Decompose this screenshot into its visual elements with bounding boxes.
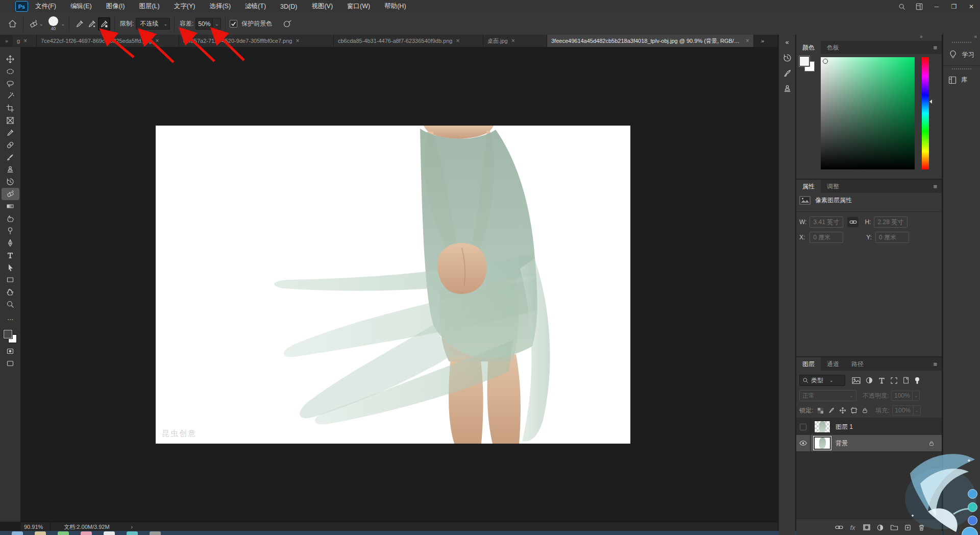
link-layers-icon[interactable] (832, 521, 846, 533)
tolerance-input[interactable]: 50% (195, 18, 213, 30)
menu-3d[interactable]: 3D(D) (273, 0, 304, 13)
menu-help[interactable]: 帮助(H) (377, 0, 413, 13)
quick-mask-icon[interactable] (0, 345, 21, 357)
panel-menu-icon[interactable]: ≡ (933, 41, 942, 54)
contact-bubble[interactable] (968, 489, 977, 499)
tab-layers[interactable]: 图层 (796, 357, 821, 371)
new-group-icon[interactable] (887, 521, 901, 533)
status-chevron-icon[interactable]: › (131, 524, 133, 530)
screen-mode-icon[interactable] (0, 357, 21, 370)
lock-image-icon[interactable] (828, 407, 835, 414)
tolerance-dropdown[interactable]: ⌄ (213, 18, 221, 30)
tab-adjustments[interactable]: 调整 (821, 180, 845, 193)
rectangle-tool[interactable] (0, 274, 21, 286)
filter-type-layers-icon[interactable] (878, 377, 886, 384)
saturation-brightness-field[interactable] (821, 57, 915, 169)
color-panel-swatches[interactable] (799, 56, 817, 74)
close-tab-icon[interactable]: × (511, 37, 515, 44)
tab-properties[interactable]: 属性 (796, 180, 821, 193)
home-icon[interactable] (6, 15, 19, 33)
protect-foreground-checkbox[interactable] (230, 20, 237, 28)
close-tab-icon[interactable]: × (746, 37, 749, 44)
color-field-marker[interactable] (823, 59, 828, 64)
type-tool[interactable] (0, 249, 21, 261)
menu-type[interactable]: 文字(Y) (167, 0, 203, 13)
layer-thumbnail[interactable] (814, 437, 830, 449)
layer-row-background-selected[interactable]: 背景 (796, 435, 942, 451)
magic-wand-tool[interactable] (0, 90, 21, 102)
collapse-rail-icon[interactable]: « (974, 34, 976, 39)
width-field[interactable]: 3.41 英寸 (810, 216, 843, 228)
filter-pixel-layers-icon[interactable] (852, 377, 861, 384)
taskbar-icon[interactable] (150, 531, 161, 535)
close-tab-icon[interactable]: × (456, 37, 459, 44)
sampling-background-swatch-icon[interactable] (98, 17, 110, 31)
drag-grip[interactable] (952, 68, 971, 69)
lasso-tool[interactable] (0, 78, 21, 90)
fill-field[interactable]: 100% (892, 405, 914, 416)
healing-brush-tool[interactable] (0, 139, 21, 151)
taskbar-icon[interactable] (104, 531, 115, 535)
link-dimensions-icon[interactable] (847, 217, 859, 227)
photoshop-logo[interactable]: Ps (15, 1, 28, 12)
taskbar-icon[interactable] (81, 531, 92, 535)
tab-color[interactable]: 颜色 (796, 41, 821, 54)
opacity-field[interactable]: 100% (891, 391, 913, 401)
sampling-continuous-icon[interactable] (74, 17, 86, 31)
blend-mode-select[interactable]: 正常 ⌄ (799, 390, 856, 401)
x-field[interactable]: 0 厘米 (810, 232, 843, 243)
close-tab-icon[interactable]: × (296, 37, 299, 44)
taskbar-icon[interactable] (35, 531, 46, 535)
edit-toolbar-icon[interactable]: ⋯ (0, 313, 21, 326)
menu-window[interactable]: 窗口(W) (340, 0, 377, 13)
filter-shape-layers-icon[interactable] (890, 377, 898, 384)
foreground-color-swatch[interactable] (799, 56, 810, 66)
menu-image[interactable]: 图像(I) (99, 0, 132, 13)
crop-tool[interactable] (0, 102, 21, 114)
background-eraser-tool-selected[interactable] (2, 188, 19, 200)
hue-slider[interactable] (922, 57, 929, 169)
menu-layer[interactable]: 图层(L) (132, 0, 166, 13)
search-icon[interactable] (893, 0, 911, 13)
menu-edit[interactable]: 编辑(E) (63, 0, 99, 13)
hand-tool[interactable] (0, 286, 21, 298)
menu-view[interactable]: 视图(V) (304, 0, 340, 13)
document-size-info[interactable]: 文档:2.00M/3.92M (64, 523, 109, 531)
smudge-tool[interactable] (0, 212, 21, 225)
gradient-tool[interactable] (0, 200, 21, 212)
hue-slider-marker[interactable] (929, 100, 932, 104)
contact-bubble[interactable] (968, 516, 977, 525)
workspace-switcher-icon[interactable] (911, 0, 928, 13)
close-tab-icon[interactable]: × (156, 37, 159, 44)
toolbar-collapse-icon[interactable]: » (0, 35, 13, 47)
document-tab[interactable]: cb6cda85-4b31-4476-a8f7-62336540f9db.png… (334, 35, 483, 47)
panel-menu-icon[interactable]: ≡ (933, 180, 942, 193)
move-tool[interactable] (0, 53, 21, 65)
contact-bubble[interactable] (968, 502, 977, 512)
lock-all-icon[interactable] (862, 407, 868, 414)
document-tab[interactable]: g × (13, 35, 37, 47)
tab-overflow-icon[interactable]: » (756, 35, 769, 47)
opacity-dropdown[interactable]: ⌄ (913, 391, 920, 401)
layer-thumbnail[interactable] (814, 421, 830, 433)
zoom-tool[interactable] (0, 298, 21, 310)
eyedropper-tool[interactable] (0, 127, 21, 139)
menu-file[interactable]: 文件(F) (28, 0, 63, 13)
foreground-background-swatches[interactable] (4, 330, 17, 343)
tab-paths[interactable]: 路径 (845, 357, 870, 371)
zoom-level[interactable]: 90.91% (24, 524, 43, 530)
layer-filter-select[interactable]: 类型 ⌄ (799, 375, 845, 386)
new-layer-icon[interactable] (901, 521, 915, 533)
height-field[interactable]: 2.28 英寸 (874, 216, 908, 228)
layer-effects-icon[interactable]: fx (846, 521, 860, 533)
document-tab[interactable]: 7ce422cf-1f26-4697-869c-e0225eda5ffd.png… (37, 35, 179, 47)
maximize-button[interactable]: ❐ (945, 0, 963, 13)
pen-tool[interactable] (0, 237, 21, 249)
filter-adjustment-layers-icon[interactable] (865, 376, 873, 384)
layer-row-1[interactable]: 图层 1 (796, 419, 942, 435)
frame-tool[interactable] (0, 114, 21, 127)
menu-filter[interactable]: 滤镜(T) (238, 0, 273, 13)
collapse-dock-icon[interactable]: » (920, 34, 922, 39)
layer-name[interactable]: 背景 (836, 439, 848, 448)
path-selection-tool[interactable] (0, 261, 21, 274)
